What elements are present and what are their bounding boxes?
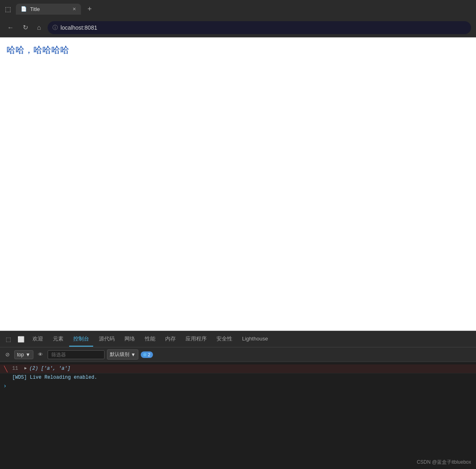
devtools-panel: ⬚ ⬜ 欢迎 元素 控制台 源代码 网络 性能 内存 应用程序 安全性 Ligh… (0, 331, 476, 469)
level-label: 默认级别 (110, 351, 129, 358)
tab-sources[interactable]: 源代码 (95, 332, 119, 347)
badge-count: 2 (148, 352, 150, 357)
console-entry-wds: [WDS] Live Reloading enabled. (0, 373, 476, 382)
page-heading: 哈哈，哈哈哈哈 (7, 44, 469, 56)
new-tab-btn[interactable]: + (84, 3, 95, 15)
tab-elements[interactable]: 元素 (49, 332, 68, 347)
message-badge[interactable]: 2 (141, 351, 153, 358)
error-icon: ╲ (4, 366, 7, 373)
context-selector[interactable]: top ▼ (14, 350, 33, 359)
level-arrow-icon: ▼ (131, 352, 136, 358)
devtools-device-btn[interactable]: ⬜ (15, 334, 27, 344)
tab-icon: 📄 (21, 6, 27, 12)
context-label: top (17, 352, 24, 358)
address-wrapper: ⓘ (48, 21, 471, 34)
watermark: CSDN @蓝盒子itbluebox (417, 459, 471, 466)
tab-application[interactable]: 应用程序 (181, 332, 211, 347)
tab-memory[interactable]: 内存 (161, 332, 180, 347)
tab-welcome[interactable]: 欢迎 (28, 332, 47, 347)
tab-lighthouse[interactable]: Lighthouse (238, 332, 272, 346)
browser-tab[interactable]: 📄 Title ✕ (16, 4, 81, 15)
context-arrow-icon: ▼ (26, 352, 31, 358)
expand-btn[interactable]: ▶ (24, 366, 27, 371)
address-input[interactable] (48, 21, 471, 34)
tab-title: Title (30, 6, 40, 12)
sidebar-toggle-btn[interactable]: ⬚ (3, 4, 13, 15)
console-cursor-line[interactable]: › (0, 382, 476, 390)
level-selector[interactable]: 默认级别 ▼ (107, 349, 139, 360)
home-btn[interactable]: ⌂ (35, 22, 44, 33)
console-content: ╲ 11 ▶ (2) ['a', 'a'] [WDS] Live Reloadi… (0, 362, 476, 469)
filter-input[interactable] (48, 350, 105, 359)
reload-btn[interactable]: ↻ (20, 22, 31, 33)
eye-btn[interactable]: 👁 (36, 350, 45, 359)
line-number: 11 (12, 366, 20, 371)
console-entry-error: ╲ 11 ▶ (2) ['a', 'a'] (0, 364, 476, 373)
devtools-tabs-bar: ⬚ ⬜ 欢迎 元素 控制台 源代码 网络 性能 内存 应用程序 安全性 Ligh… (0, 331, 476, 347)
wds-message: [WDS] Live Reloading enabled. (12, 375, 97, 380)
tab-network[interactable]: 网络 (120, 332, 139, 347)
devtools-inspect-btn[interactable]: ⬚ (3, 334, 13, 344)
watermark-text: CSDN @蓝盒子itbluebox (417, 459, 471, 465)
badge-dot-icon (143, 353, 146, 356)
back-btn[interactable]: ← (5, 22, 16, 33)
console-array-value: (2) ['a', 'a'] (29, 366, 70, 371)
page-content: 哈哈，哈哈哈哈 (0, 37, 476, 331)
tab-performance[interactable]: 性能 (141, 332, 159, 347)
console-toolbar: ⊘ top ▼ 👁 默认级别 ▼ 2 (0, 347, 476, 362)
clear-console-btn[interactable]: ⊘ (3, 350, 12, 359)
tab-console[interactable]: 控制台 (69, 332, 93, 347)
address-info-icon: ⓘ (52, 24, 58, 31)
browser-titlebar: ⬚ 📄 Title ✕ + (0, 0, 476, 18)
cursor-caret-icon: › (3, 383, 7, 389)
tab-close-btn[interactable]: ✕ (72, 7, 76, 12)
browser-addressbar: ← ↻ ⌂ ⓘ (0, 18, 476, 37)
tab-security[interactable]: 安全性 (212, 332, 236, 347)
